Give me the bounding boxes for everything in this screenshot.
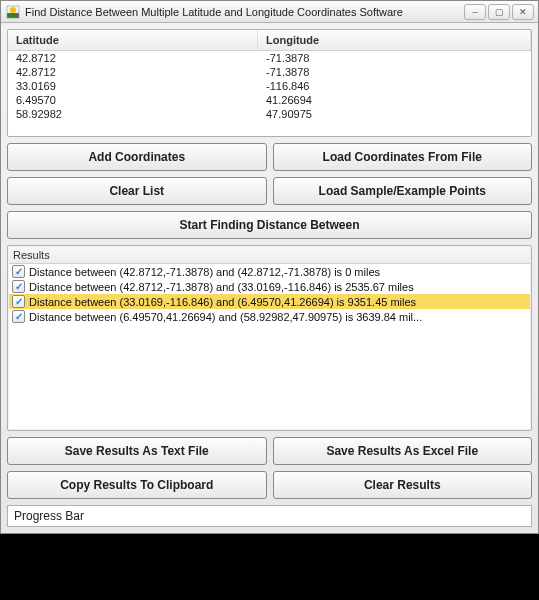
window-controls: – ▢ ✕ (464, 4, 534, 20)
longitude-cell: -71.3878 (258, 51, 531, 65)
client-area: Latitude Longitude 42.8712-71.387842.871… (1, 23, 538, 533)
checkbox-icon[interactable] (12, 310, 25, 323)
load-coordinates-button[interactable]: Load Coordinates From File (273, 143, 533, 171)
close-button[interactable]: ✕ (512, 4, 534, 20)
result-text: Distance between (6.49570,41.26694) and … (29, 311, 422, 323)
svg-point-1 (10, 7, 16, 13)
table-row[interactable]: 58.9298247.90975 (8, 107, 531, 121)
window-title: Find Distance Between Multiple Latitude … (25, 6, 464, 18)
coordinates-table[interactable]: Latitude Longitude 42.8712-71.387842.871… (7, 29, 532, 137)
results-label: Results (9, 247, 530, 264)
table-header: Latitude Longitude (8, 30, 531, 51)
result-row[interactable]: Distance between (6.49570,41.26694) and … (9, 309, 530, 324)
start-finding-button[interactable]: Start Finding Distance Between (7, 211, 532, 239)
longitude-cell: -116.846 (258, 79, 531, 93)
result-row[interactable]: Distance between (42.8712,-71.3878) and … (9, 279, 530, 294)
longitude-cell: -71.3878 (258, 65, 531, 79)
latitude-cell: 42.8712 (8, 51, 258, 65)
save-text-button[interactable]: Save Results As Text File (7, 437, 267, 465)
longitude-cell: 41.26694 (258, 93, 531, 107)
load-sample-button[interactable]: Load Sample/Example Points (273, 177, 533, 205)
table-row[interactable]: 6.4957041.26694 (8, 93, 531, 107)
table-body: 42.8712-71.387842.8712-71.387833.0169-11… (8, 51, 531, 121)
svg-rect-0 (7, 13, 19, 18)
result-text: Distance between (33.0169,-116.846) and … (29, 296, 416, 308)
result-text: Distance between (42.8712,-71.3878) and … (29, 281, 414, 293)
checkbox-icon[interactable] (12, 265, 25, 278)
longitude-cell: 47.90975 (258, 107, 531, 121)
result-text: Distance between (42.8712,-71.3878) and … (29, 266, 380, 278)
result-row[interactable]: Distance between (33.0169,-116.846) and … (9, 294, 530, 309)
latitude-cell: 33.0169 (8, 79, 258, 93)
progress-bar: Progress Bar (7, 505, 532, 527)
table-row[interactable]: 42.8712-71.3878 (8, 51, 531, 65)
longitude-header[interactable]: Longitude (258, 30, 531, 50)
save-excel-button[interactable]: Save Results As Excel File (273, 437, 533, 465)
clear-results-button[interactable]: Clear Results (273, 471, 533, 499)
add-coordinates-button[interactable]: Add Coordinates (7, 143, 267, 171)
latitude-cell: 42.8712 (8, 65, 258, 79)
results-list[interactable]: Distance between (42.8712,-71.3878) and … (9, 264, 530, 429)
main-window: Find Distance Between Multiple Latitude … (0, 0, 539, 534)
clear-list-button[interactable]: Clear List (7, 177, 267, 205)
titlebar: Find Distance Between Multiple Latitude … (1, 1, 538, 23)
copy-clipboard-button[interactable]: Copy Results To Clipboard (7, 471, 267, 499)
table-row[interactable]: 33.0169-116.846 (8, 79, 531, 93)
result-row[interactable]: Distance between (42.8712,-71.3878) and … (9, 264, 530, 279)
results-group: Results Distance between (42.8712,-71.38… (7, 245, 532, 431)
checkbox-icon[interactable] (12, 295, 25, 308)
progress-label: Progress Bar (14, 509, 84, 523)
latitude-cell: 6.49570 (8, 93, 258, 107)
app-icon (5, 4, 21, 20)
minimize-button[interactable]: – (464, 4, 486, 20)
latitude-header[interactable]: Latitude (8, 30, 258, 50)
latitude-cell: 58.92982 (8, 107, 258, 121)
maximize-button[interactable]: ▢ (488, 4, 510, 20)
table-row[interactable]: 42.8712-71.3878 (8, 65, 531, 79)
checkbox-icon[interactable] (12, 280, 25, 293)
